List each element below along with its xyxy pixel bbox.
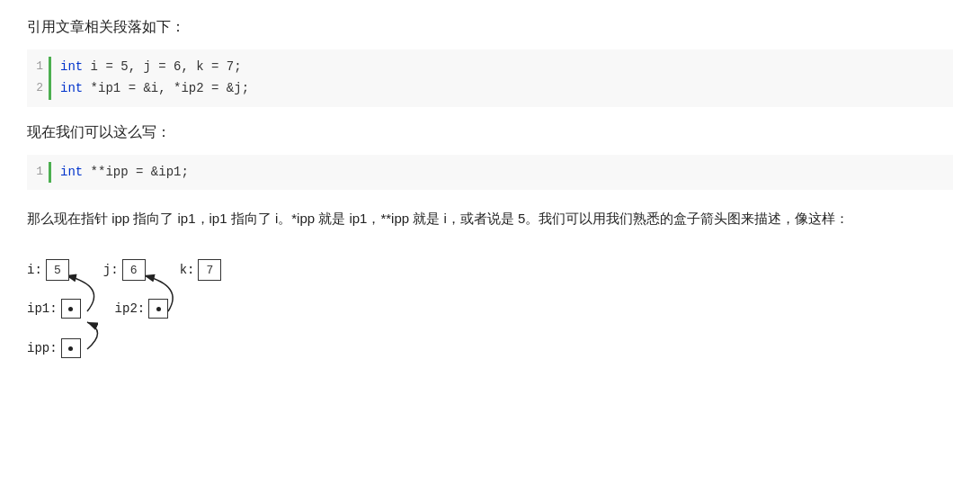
label-i: i: [27, 263, 42, 277]
code-line-3: 1 int **ipp = &ip1; [27, 162, 953, 184]
code-content-1: int i = 5, j = 6, k = 7; [60, 57, 242, 78]
intro-heading: 引用文章相关段落如下： [27, 18, 953, 37]
label-j: j: [103, 263, 119, 277]
line-bar-1 [49, 57, 51, 78]
box-ip1 [61, 299, 81, 319]
label-ip2: ip2: [115, 301, 146, 316]
line-number-2: 2 [27, 78, 49, 100]
var-ip2: ip2: [115, 299, 169, 319]
code-content-3: int **ipp = &ip1; [60, 162, 189, 184]
var-i: i: 5 [27, 259, 69, 281]
label-ip1: ip1: [27, 301, 58, 316]
code-line-1: 1 int i = 5, j = 6, k = 7; [27, 57, 953, 78]
label-k: k: [180, 263, 195, 277]
keyword-int-2: int [60, 81, 83, 95]
line-number-3: 1 [27, 162, 49, 184]
code-content-2: int *ip1 = &i, *ip2 = &j; [60, 78, 249, 100]
section2-heading: 现在我们可以这么写： [27, 123, 953, 142]
keyword-int-1: int [60, 59, 83, 74]
box-k: 7 [198, 259, 221, 281]
line-number-1: 1 [27, 57, 49, 78]
var-k: k: 7 [180, 259, 222, 281]
dot-ipp [68, 346, 73, 351]
pointer-diagram: i: 5 j: 6 k: 7 ip1: ip2: ipp: [27, 250, 405, 408]
box-ip2 [148, 299, 168, 319]
box-ipp [61, 338, 81, 358]
explanation-paragraph: 那么现在指针 ipp 指向了 ip1，ip1 指向了 i。*ipp 就是 ip1… [27, 206, 908, 230]
line-bar-2 [49, 78, 51, 100]
var-ip1: ip1: [27, 299, 81, 319]
line-bar-3 [49, 162, 51, 184]
dot-ip2 [156, 307, 161, 311]
code-line-2: 2 int *ip1 = &i, *ip2 = &j; [27, 78, 953, 100]
keyword-int-3: int [60, 165, 83, 179]
dot-ip1 [68, 307, 73, 311]
label-ipp: ipp: [27, 341, 58, 355]
code-block-2: 1 int **ipp = &ip1; [27, 155, 953, 191]
var-j: j: 6 [103, 259, 146, 281]
box-j: 6 [122, 259, 146, 281]
var-ipp: ipp: [27, 338, 81, 358]
code-block-1: 1 int i = 5, j = 6, k = 7; 2 int *ip1 = … [27, 49, 953, 107]
box-i: 5 [46, 259, 69, 281]
